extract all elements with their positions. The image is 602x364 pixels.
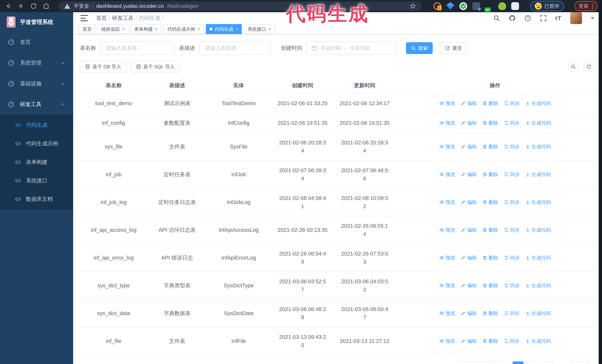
delete-action[interactable]: 删除 xyxy=(482,198,498,206)
search-button[interactable]: 搜索 xyxy=(406,42,433,54)
generate-code-action[interactable]: 生成代码 xyxy=(525,226,551,234)
sidebar-submenu-item[interactable]: 代码生成 xyxy=(0,116,73,135)
sync-action[interactable]: 同步 xyxy=(504,309,520,317)
import-sql-button[interactable]: 基于 SQL 导入 xyxy=(131,61,180,73)
browser-update-button[interactable]: 更新 xyxy=(574,1,597,11)
reload-icon[interactable] xyxy=(30,3,37,10)
browser-menu-icon[interactable] xyxy=(592,3,593,9)
tab-close-icon[interactable]: × xyxy=(155,26,158,32)
sync-action[interactable]: 同步 xyxy=(504,170,520,178)
generate-code-action[interactable]: 生成代码 xyxy=(525,143,551,151)
table-name-input[interactable] xyxy=(100,42,174,55)
tab-close-icon[interactable]: × xyxy=(269,26,271,32)
generate-code-action[interactable]: 生成代码 xyxy=(525,99,551,107)
extension-icon[interactable] xyxy=(498,2,506,10)
goto-page-input[interactable] xyxy=(571,361,588,364)
generate-code-action[interactable]: 生成代码 xyxy=(525,170,551,178)
prev-page-button[interactable]: ‹ xyxy=(498,361,509,364)
delete-action[interactable]: 删除 xyxy=(482,337,498,345)
view-tab[interactable]: 首页 × xyxy=(79,24,95,34)
edit-action[interactable]: 编辑 xyxy=(461,254,477,262)
delete-action[interactable]: 删除 xyxy=(482,119,498,127)
refresh-table-button[interactable] xyxy=(583,61,594,72)
back-icon[interactable] xyxy=(5,3,12,10)
import-db-button[interactable]: 基于 DB 导入 xyxy=(80,61,126,73)
user-avatar[interactable] xyxy=(570,12,582,24)
extension-icon[interactable] xyxy=(459,2,467,10)
generate-code-action[interactable]: 生成代码 xyxy=(525,309,551,317)
sidebar-menu-item[interactable]: 研发工具 xyxy=(0,94,73,115)
delete-action[interactable]: 删除 xyxy=(482,170,498,178)
sync-action[interactable]: 同步 xyxy=(504,143,520,151)
sidebar-submenu-item[interactable]: 表单构建 xyxy=(0,153,73,171)
sync-action[interactable]: 同步 xyxy=(504,198,520,206)
not-secure-warning-icon[interactable] xyxy=(64,3,70,9)
generate-code-action[interactable]: 生成代码 xyxy=(525,198,551,206)
preview-action[interactable]: 预览 xyxy=(439,198,455,206)
edit-action[interactable]: 编辑 xyxy=(461,143,477,151)
next-page-button[interactable]: › xyxy=(541,361,553,364)
preview-action[interactable]: 预览 xyxy=(439,143,455,151)
sidebar-menu-item[interactable]: 基础设施 xyxy=(0,73,73,94)
extension-icon[interactable] xyxy=(485,2,493,10)
home-icon[interactable] xyxy=(43,3,50,10)
reset-button[interactable]: 重置 xyxy=(440,42,467,54)
view-tab[interactable]: 代码生成示例 × xyxy=(163,24,204,34)
sync-action[interactable]: 同步 xyxy=(504,226,520,234)
tab-close-icon[interactable]: × xyxy=(236,26,238,32)
preview-action[interactable]: 预览 xyxy=(439,170,455,178)
sidebar-menu-item[interactable]: 系统管理 xyxy=(0,52,73,73)
delete-action[interactable]: 删除 xyxy=(482,99,498,107)
edit-action[interactable]: 编辑 xyxy=(461,226,477,234)
font-size-icon[interactable]: tT xyxy=(555,15,562,22)
sync-action[interactable]: 同步 xyxy=(504,337,520,345)
delete-action[interactable]: 删除 xyxy=(482,143,498,151)
view-tab[interactable]: 系统接口 × xyxy=(244,24,275,34)
delete-action[interactable]: 删除 xyxy=(482,309,498,317)
generate-code-action[interactable]: 生成代码 xyxy=(525,119,551,127)
edit-action[interactable]: 编辑 xyxy=(461,337,477,345)
fullscreen-icon[interactable] xyxy=(540,15,547,22)
extensions-puzzle-icon[interactable] xyxy=(511,2,519,10)
sidebar-menu-item[interactable]: 首页 xyxy=(0,32,73,52)
sidebar-submenu-item[interactable]: 代码生成示例 xyxy=(0,135,73,153)
extension-icon[interactable] xyxy=(446,2,454,10)
preview-action[interactable]: 预览 xyxy=(439,99,455,107)
sidebar-submenu-item[interactable]: 数据库文档 xyxy=(0,190,73,208)
preview-action[interactable]: 预览 xyxy=(439,119,455,127)
delete-action[interactable]: 删除 xyxy=(482,254,498,262)
extension-icon[interactable] xyxy=(472,2,480,10)
generate-code-action[interactable]: 生成代码 xyxy=(525,337,551,345)
edit-action[interactable]: 编辑 xyxy=(461,99,477,107)
page-number-button[interactable]: 1 xyxy=(513,361,524,364)
breadcrumb-item[interactable]: 代码生成 xyxy=(139,14,163,22)
edit-action[interactable]: 编辑 xyxy=(461,119,477,127)
preview-action[interactable]: 预览 xyxy=(439,337,455,345)
preview-action[interactable]: 预览 xyxy=(439,309,455,317)
preview-action[interactable]: 预览 xyxy=(439,254,455,262)
extension-icon[interactable]: 1 xyxy=(433,2,441,10)
page-number-button[interactable]: 2 xyxy=(527,361,538,364)
preview-action[interactable]: 预览 xyxy=(439,226,455,234)
help-icon[interactable] xyxy=(524,15,531,22)
sidebar-collapse-icon[interactable] xyxy=(81,15,88,21)
view-tab[interactable]: 链路追踪 × xyxy=(98,24,128,34)
sidebar-submenu-item[interactable]: 系统接口 xyxy=(0,171,73,190)
tab-close-icon[interactable]: × xyxy=(122,26,125,32)
github-icon[interactable] xyxy=(509,15,516,22)
view-tab[interactable]: 表单构建 × xyxy=(130,24,161,34)
date-range-picker[interactable]: 开始日期 - 结束日期 xyxy=(307,42,396,55)
edit-action[interactable]: 编辑 xyxy=(461,170,477,178)
user-menu-caret-icon[interactable] xyxy=(591,17,595,20)
page-size-select[interactable]: 10条/页 xyxy=(460,361,495,364)
breadcrumb-item[interactable]: 首页 xyxy=(96,14,110,22)
sync-action[interactable]: 同步 xyxy=(504,99,520,107)
view-tab[interactable]: 代码生成 × xyxy=(206,24,242,34)
edit-action[interactable]: 编辑 xyxy=(461,309,477,317)
sync-action[interactable]: 同步 xyxy=(504,254,520,262)
table-desc-input[interactable] xyxy=(200,42,271,55)
show-search-toggle-button[interactable] xyxy=(568,61,579,72)
preview-action[interactable]: 预览 xyxy=(439,281,455,290)
profile-paused-badge[interactable]: 已暂停 xyxy=(530,1,564,11)
generate-code-action[interactable]: 生成代码 xyxy=(525,254,551,262)
